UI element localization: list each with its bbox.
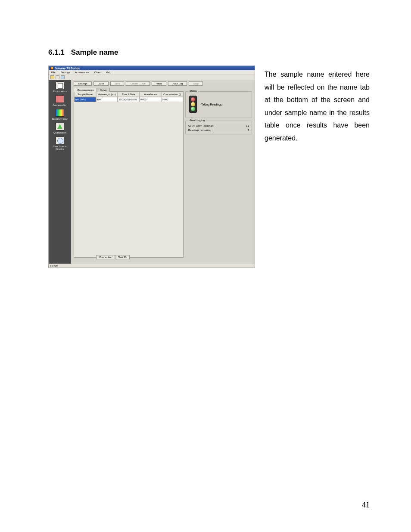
create-curve-button[interactable]: Create Curve xyxy=(126,81,150,86)
footer-tabs: Connection Test 20 xyxy=(96,255,130,259)
sidebar-item-photometrics[interactable]: Photometrics xyxy=(50,81,69,93)
cell-concentration: 0.000 xyxy=(161,97,183,102)
light-green xyxy=(191,107,195,111)
menubar: File Settings Accessories Chart Help xyxy=(49,70,255,75)
close-button[interactable]: Close xyxy=(93,81,109,86)
results-table: Sample Name Wavelength (nm) Time & Date … xyxy=(74,91,184,258)
mode-sidebar: Photometrics Concentration Spectrum Scan… xyxy=(49,80,71,264)
zero-button[interactable]: Zero xyxy=(110,81,124,86)
light-red xyxy=(191,97,195,102)
countdown-value: 10 xyxy=(239,124,249,127)
settings-button[interactable]: Settings xyxy=(74,81,92,86)
timescan-icon xyxy=(56,137,64,144)
quantitation-icon xyxy=(56,123,64,131)
col-wavelength[interactable]: Wavelength (nm) xyxy=(96,92,118,97)
window-titlebar[interactable]: Jenway 73 Series xyxy=(49,66,255,70)
col-sample-name[interactable]: Sample Name xyxy=(74,92,96,97)
sidebar-item-label: Spectrum Scan xyxy=(52,118,68,120)
status-group: Status Taking Readings xyxy=(185,91,252,118)
autolog-group-title: Auto Logging xyxy=(188,119,206,121)
sidebar-item-spectrum[interactable]: Spectrum Scan xyxy=(50,109,69,120)
photometrics-icon xyxy=(56,81,64,89)
menu-chart[interactable]: Chart xyxy=(94,71,101,74)
status-strip-text: Ready xyxy=(50,264,58,267)
sidebar-item-label: Concentration xyxy=(53,104,67,106)
app-logo-icon xyxy=(50,67,53,70)
section-title: Sample name xyxy=(71,48,118,56)
col-time-date[interactable]: Time & Date xyxy=(118,92,140,97)
action-bar: Settings Close Zero Create Curve Read Au… xyxy=(71,80,255,87)
app-screenshot: Jenway 73 Series File Settings Accessori… xyxy=(48,65,255,268)
toolbar xyxy=(49,75,255,80)
autolog-group: Auto Logging Count down (seconds) 10 Rea… xyxy=(185,121,252,134)
auto-log-button[interactable]: Auto Log xyxy=(168,81,187,86)
remaining-label: Readings remaining xyxy=(188,129,211,131)
traffic-light-icon xyxy=(189,96,197,113)
section-number: 6.1.1 xyxy=(48,48,69,57)
cell-absorbance: 0.000 xyxy=(140,97,162,102)
sidebar-item-timescan[interactable]: Time Scan & Kinetics xyxy=(50,137,69,150)
countdown-label: Count down (seconds) xyxy=(188,124,214,127)
save-icon[interactable] xyxy=(61,75,65,79)
concentration-icon xyxy=(56,95,64,103)
menu-help[interactable]: Help xyxy=(106,71,111,74)
sidebar-item-quantitation[interactable]: Quantitation xyxy=(50,123,69,134)
status-text: Taking Readings xyxy=(201,103,222,106)
sidebar-item-label: Photometrics xyxy=(53,90,67,93)
remaining-value: 3 xyxy=(239,129,249,131)
new-icon[interactable] xyxy=(56,75,59,79)
page-number: 41 xyxy=(362,501,370,510)
sidebar-item-concentration[interactable]: Concentration xyxy=(50,95,69,106)
cell-time-date: 23/03/2010 15:59 xyxy=(118,97,140,102)
sidebar-item-label: Time Scan & Kinetics xyxy=(50,145,69,150)
read-button[interactable]: Read xyxy=(152,81,166,86)
cell-sample-name: Test 20 01 xyxy=(74,97,96,102)
footer-tab-test[interactable]: Test 20 xyxy=(115,255,129,259)
window-title: Jenway 73 Series xyxy=(55,67,80,70)
cell-wavelength: 400 xyxy=(96,97,118,102)
result-tabs: Measurements Curve xyxy=(71,87,255,91)
tab-curve[interactable]: Curve xyxy=(97,88,110,92)
description-paragraph: The sample name entered here will be ref… xyxy=(265,65,370,145)
footer-tab-connection[interactable]: Connection xyxy=(96,255,115,259)
light-yellow xyxy=(191,102,195,106)
menu-accessories[interactable]: Accessories xyxy=(75,71,89,74)
sidebar-item-label: Quantitation xyxy=(53,131,66,134)
tab-measurements[interactable]: Measurements xyxy=(74,88,97,92)
spectrum-icon xyxy=(56,109,64,117)
status-group-title: Status xyxy=(188,90,198,92)
section-heading: 6.1.1 Sample name xyxy=(48,48,370,57)
status-strip: Ready xyxy=(49,264,255,268)
col-concentration[interactable]: Concentration ( ) xyxy=(161,92,183,97)
stop-button[interactable]: Stop xyxy=(189,81,202,86)
menu-settings[interactable]: Settings xyxy=(61,71,70,74)
open-icon[interactable] xyxy=(50,75,54,79)
table-row[interactable]: Test 20 01 400 23/03/2010 15:59 0.000 0.… xyxy=(74,97,183,102)
col-absorbance[interactable]: Absorbance xyxy=(140,92,162,97)
menu-file[interactable]: File xyxy=(51,71,56,74)
